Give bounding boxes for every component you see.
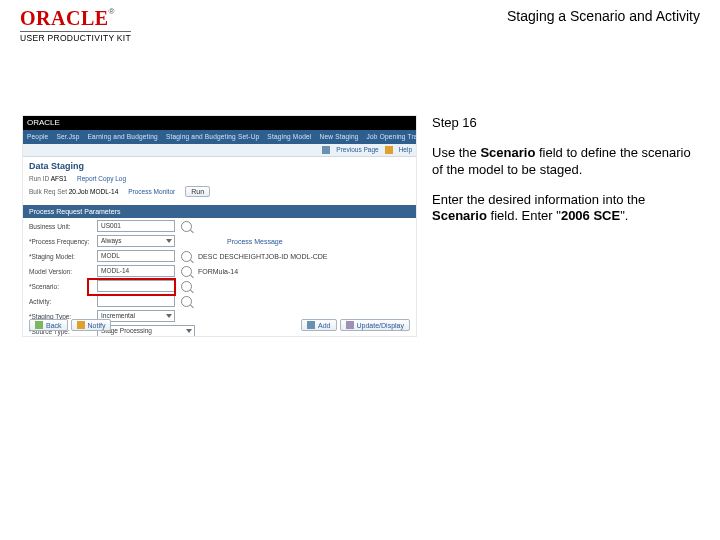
add-icon [307, 321, 315, 329]
tab-item[interactable]: Job Opening Transfer [367, 133, 416, 140]
bulk-req-set-value: 20.Job MODL-14 [69, 188, 119, 195]
bulk-req-set-label: Bulk Req Set [29, 188, 67, 195]
tab-item[interactable]: Earning and Budgeting [88, 133, 158, 140]
staging-model-label: *Staging Model: [29, 253, 91, 260]
tab-item[interactable]: Staging Model [267, 133, 311, 140]
activity-label: Activity: [29, 298, 91, 305]
help-link[interactable]: Help [399, 144, 412, 156]
tab-item[interactable]: Staging and Budgeting Set-Up [166, 133, 259, 140]
instruction-panel: Step 16 Use the Scenario field to define… [432, 115, 692, 238]
help-icon[interactable] [385, 146, 393, 154]
step-label: Step 16 [432, 115, 692, 131]
update-icon [346, 321, 354, 329]
run-id-label: Run ID [29, 175, 49, 182]
process-frequency-label: *Process Frequency: [29, 238, 91, 245]
lookup-icon[interactable] [181, 251, 192, 262]
business-unit-label: Business Unit: [29, 223, 91, 230]
section-header: Process Request Parameters [23, 205, 416, 218]
tab-item[interactable]: People [27, 133, 48, 140]
brand-text: ORACLE [20, 7, 109, 29]
update-display-button[interactable]: Update/Display [340, 319, 410, 331]
add-button[interactable]: Add [301, 319, 336, 331]
app-nav-tabs: People Ser.Jsp Earning and Budgeting Sta… [23, 130, 416, 144]
lookup-icon[interactable] [181, 281, 192, 292]
page-title: Staging a Scenario and Activity [507, 8, 700, 24]
back-icon [35, 321, 43, 329]
scenario-label: *Scenario: [29, 283, 91, 290]
prev-page-link[interactable]: Previous Page [336, 144, 378, 156]
scenario-input[interactable] [97, 280, 175, 292]
tm-symbol: ® [109, 7, 115, 16]
model-version-desc: FORMula-14 [198, 268, 238, 275]
process-message-link[interactable]: Process Message [227, 238, 283, 245]
lookup-icon[interactable] [181, 296, 192, 307]
process-frequency-select[interactable]: Always [97, 235, 175, 247]
tab-item[interactable]: Ser.Jsp [56, 133, 79, 140]
lookup-icon[interactable] [181, 221, 192, 232]
model-version-input[interactable]: MODL-14 [97, 265, 175, 277]
product-name: USER PRODUCTIVITY KIT [20, 31, 131, 43]
home-icon[interactable] [322, 146, 330, 154]
back-button[interactable]: Back [29, 319, 68, 331]
staging-model-input[interactable]: MODL [97, 250, 175, 262]
app-top-brand: ORACLE [23, 116, 416, 130]
business-unit-input[interactable]: US001 [97, 220, 175, 232]
staging-model-desc: DESC DESCHEIGHTJOB-ID MODL-CDE [198, 253, 328, 260]
run-button[interactable]: Run [185, 186, 210, 197]
activity-input[interactable] [97, 295, 175, 307]
notify-button[interactable]: Notify [71, 319, 112, 331]
app-subheader: Previous Page Help [23, 144, 416, 157]
process-monitor-link[interactable]: Process Monitor [128, 188, 175, 195]
run-id-value: AFS1 [51, 175, 67, 182]
lookup-icon[interactable] [181, 266, 192, 277]
oracle-logo: ORACLE® USER PRODUCTIVITY KIT [20, 8, 131, 44]
model-version-label: Model Version: [29, 268, 91, 275]
app-screenshot: ORACLE People Ser.Jsp Earning and Budget… [22, 115, 417, 337]
report-copy-log-link[interactable]: Report Copy Log [77, 175, 126, 182]
tab-item[interactable]: New Staging [320, 133, 359, 140]
instruction-paragraph-2: Enter the desired information into the S… [432, 192, 692, 225]
instruction-paragraph-1: Use the Scenario field to define the sce… [432, 145, 692, 178]
notify-icon [77, 321, 85, 329]
screen-title: Data Staging [29, 161, 84, 171]
